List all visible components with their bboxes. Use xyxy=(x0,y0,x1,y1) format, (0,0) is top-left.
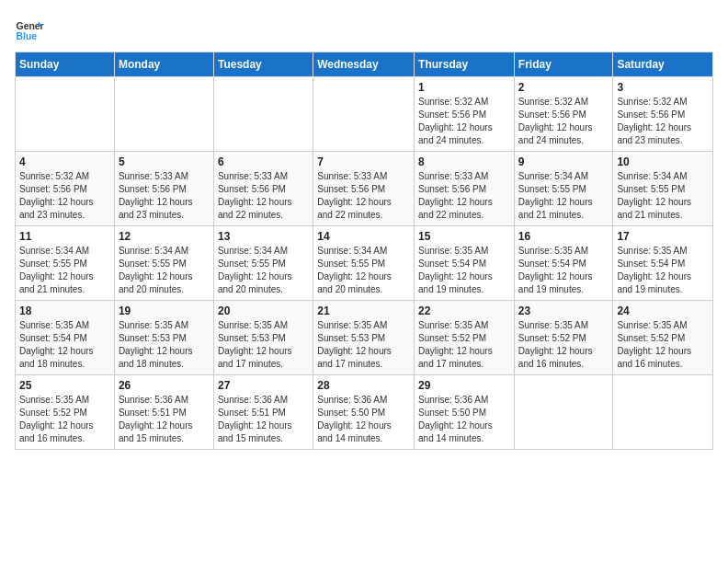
day-number: 9 xyxy=(518,155,609,168)
day-info: Sunrise: 5:33 AM Sunset: 5:56 PM Dayligh… xyxy=(218,170,309,222)
day-number: 17 xyxy=(617,230,709,243)
calendar-week-row: 25Sunrise: 5:35 AM Sunset: 5:52 PM Dayli… xyxy=(16,375,713,450)
day-number: 26 xyxy=(119,379,210,392)
weekday-header: Wednesday xyxy=(313,52,415,77)
day-number: 29 xyxy=(418,379,510,392)
day-info: Sunrise: 5:32 AM Sunset: 5:56 PM Dayligh… xyxy=(617,96,709,147)
calendar-cell: 6Sunrise: 5:33 AM Sunset: 5:56 PM Daylig… xyxy=(213,152,313,226)
day-number: 16 xyxy=(518,230,609,243)
calendar-cell xyxy=(114,77,213,152)
day-info: Sunrise: 5:35 AM Sunset: 5:54 PM Dayligh… xyxy=(518,245,609,296)
day-number: 7 xyxy=(317,155,410,168)
calendar-cell: 13Sunrise: 5:34 AM Sunset: 5:55 PM Dayli… xyxy=(213,226,313,301)
svg-text:General: General xyxy=(17,21,44,31)
day-number: 10 xyxy=(617,155,709,168)
calendar-cell: 1Sunrise: 5:32 AM Sunset: 5:56 PM Daylig… xyxy=(415,77,515,152)
calendar-cell: 23Sunrise: 5:35 AM Sunset: 5:52 PM Dayli… xyxy=(514,301,613,375)
calendar-cell: 2Sunrise: 5:32 AM Sunset: 5:56 PM Daylig… xyxy=(514,77,613,152)
calendar-cell xyxy=(613,375,713,450)
calendar-cell: 26Sunrise: 5:36 AM Sunset: 5:51 PM Dayli… xyxy=(114,375,213,450)
day-number: 24 xyxy=(617,304,709,317)
calendar-week-row: 1Sunrise: 5:32 AM Sunset: 5:56 PM Daylig… xyxy=(16,77,713,152)
calendar-cell xyxy=(16,77,115,152)
day-number: 2 xyxy=(518,81,609,94)
day-info: Sunrise: 5:35 AM Sunset: 5:54 PM Dayligh… xyxy=(617,245,709,296)
day-info: Sunrise: 5:33 AM Sunset: 5:56 PM Dayligh… xyxy=(317,170,410,222)
day-number: 5 xyxy=(119,155,210,168)
calendar-cell: 28Sunrise: 5:36 AM Sunset: 5:50 PM Dayli… xyxy=(313,375,415,450)
day-number: 25 xyxy=(19,379,110,392)
calendar-cell: 27Sunrise: 5:36 AM Sunset: 5:51 PM Dayli… xyxy=(213,375,313,450)
calendar-cell: 17Sunrise: 5:35 AM Sunset: 5:54 PM Dayli… xyxy=(613,226,713,301)
day-number: 8 xyxy=(418,155,510,168)
calendar-cell: 25Sunrise: 5:35 AM Sunset: 5:52 PM Dayli… xyxy=(16,375,115,450)
calendar-cell: 7Sunrise: 5:33 AM Sunset: 5:56 PM Daylig… xyxy=(313,152,415,226)
calendar-cell xyxy=(313,77,415,152)
day-number: 4 xyxy=(19,155,110,168)
calendar-header-row: SundayMondayTuesdayWednesdayThursdayFrid… xyxy=(16,52,713,77)
logo-icon: General Blue xyxy=(15,15,44,44)
weekday-header: Sunday xyxy=(16,52,115,77)
calendar-week-row: 18Sunrise: 5:35 AM Sunset: 5:54 PM Dayli… xyxy=(16,301,713,375)
day-info: Sunrise: 5:33 AM Sunset: 5:56 PM Dayligh… xyxy=(119,170,210,222)
day-number: 27 xyxy=(218,379,309,392)
day-info: Sunrise: 5:35 AM Sunset: 5:52 PM Dayligh… xyxy=(19,394,110,445)
calendar-table: SundayMondayTuesdayWednesdayThursdayFrid… xyxy=(15,52,713,450)
day-number: 3 xyxy=(617,81,709,94)
calendar-cell: 16Sunrise: 5:35 AM Sunset: 5:54 PM Dayli… xyxy=(514,226,613,301)
calendar-week-row: 4Sunrise: 5:32 AM Sunset: 5:56 PM Daylig… xyxy=(16,152,713,226)
calendar-cell: 9Sunrise: 5:34 AM Sunset: 5:55 PM Daylig… xyxy=(514,152,613,226)
calendar-cell xyxy=(213,77,313,152)
day-number: 22 xyxy=(418,304,510,317)
calendar-cell: 20Sunrise: 5:35 AM Sunset: 5:53 PM Dayli… xyxy=(213,301,313,375)
day-info: Sunrise: 5:34 AM Sunset: 5:55 PM Dayligh… xyxy=(119,245,210,296)
day-info: Sunrise: 5:35 AM Sunset: 5:54 PM Dayligh… xyxy=(418,245,510,296)
calendar-cell: 18Sunrise: 5:35 AM Sunset: 5:54 PM Dayli… xyxy=(16,301,115,375)
day-info: Sunrise: 5:35 AM Sunset: 5:53 PM Dayligh… xyxy=(317,319,410,371)
day-info: Sunrise: 5:35 AM Sunset: 5:54 PM Dayligh… xyxy=(19,319,110,371)
calendar-cell: 11Sunrise: 5:34 AM Sunset: 5:55 PM Dayli… xyxy=(16,226,115,301)
day-info: Sunrise: 5:35 AM Sunset: 5:52 PM Dayligh… xyxy=(418,319,510,371)
day-info: Sunrise: 5:32 AM Sunset: 5:56 PM Dayligh… xyxy=(19,170,110,222)
day-number: 23 xyxy=(518,304,609,317)
day-number: 14 xyxy=(317,230,410,243)
day-info: Sunrise: 5:32 AM Sunset: 5:56 PM Dayligh… xyxy=(418,96,510,147)
day-number: 18 xyxy=(19,304,110,317)
calendar-week-row: 11Sunrise: 5:34 AM Sunset: 5:55 PM Dayli… xyxy=(16,226,713,301)
day-info: Sunrise: 5:35 AM Sunset: 5:52 PM Dayligh… xyxy=(518,319,609,371)
calendar-cell: 14Sunrise: 5:34 AM Sunset: 5:55 PM Dayli… xyxy=(313,226,415,301)
calendar-cell: 21Sunrise: 5:35 AM Sunset: 5:53 PM Dayli… xyxy=(313,301,415,375)
day-info: Sunrise: 5:34 AM Sunset: 5:55 PM Dayligh… xyxy=(518,170,609,222)
day-info: Sunrise: 5:36 AM Sunset: 5:50 PM Dayligh… xyxy=(317,394,410,445)
calendar-cell: 8Sunrise: 5:33 AM Sunset: 5:56 PM Daylig… xyxy=(415,152,515,226)
calendar-cell: 22Sunrise: 5:35 AM Sunset: 5:52 PM Dayli… xyxy=(415,301,515,375)
calendar-cell: 3Sunrise: 5:32 AM Sunset: 5:56 PM Daylig… xyxy=(613,77,713,152)
day-info: Sunrise: 5:35 AM Sunset: 5:53 PM Dayligh… xyxy=(119,319,210,371)
day-number: 11 xyxy=(19,230,110,243)
svg-text:Blue: Blue xyxy=(17,31,38,41)
calendar-cell: 24Sunrise: 5:35 AM Sunset: 5:52 PM Dayli… xyxy=(613,301,713,375)
weekday-header: Saturday xyxy=(613,52,713,77)
day-info: Sunrise: 5:33 AM Sunset: 5:56 PM Dayligh… xyxy=(418,170,510,222)
calendar-cell: 10Sunrise: 5:34 AM Sunset: 5:55 PM Dayli… xyxy=(613,152,713,226)
day-info: Sunrise: 5:36 AM Sunset: 5:51 PM Dayligh… xyxy=(218,394,309,445)
day-info: Sunrise: 5:34 AM Sunset: 5:55 PM Dayligh… xyxy=(218,245,309,296)
weekday-header: Monday xyxy=(114,52,213,77)
day-number: 20 xyxy=(218,304,309,317)
calendar-cell xyxy=(514,375,613,450)
calendar-cell: 29Sunrise: 5:36 AM Sunset: 5:50 PM Dayli… xyxy=(415,375,515,450)
logo: General Blue xyxy=(15,15,44,44)
day-info: Sunrise: 5:34 AM Sunset: 5:55 PM Dayligh… xyxy=(317,245,410,296)
day-number: 12 xyxy=(119,230,210,243)
day-number: 13 xyxy=(218,230,309,243)
day-info: Sunrise: 5:34 AM Sunset: 5:55 PM Dayligh… xyxy=(617,170,709,222)
day-info: Sunrise: 5:36 AM Sunset: 5:51 PM Dayligh… xyxy=(119,394,210,445)
weekday-header: Tuesday xyxy=(213,52,313,77)
weekday-header: Thursday xyxy=(415,52,515,77)
day-number: 21 xyxy=(317,304,410,317)
day-info: Sunrise: 5:32 AM Sunset: 5:56 PM Dayligh… xyxy=(518,96,609,147)
calendar-cell: 4Sunrise: 5:32 AM Sunset: 5:56 PM Daylig… xyxy=(16,152,115,226)
day-info: Sunrise: 5:34 AM Sunset: 5:55 PM Dayligh… xyxy=(19,245,110,296)
page-header: General Blue xyxy=(15,15,713,44)
day-info: Sunrise: 5:35 AM Sunset: 5:52 PM Dayligh… xyxy=(617,319,709,371)
